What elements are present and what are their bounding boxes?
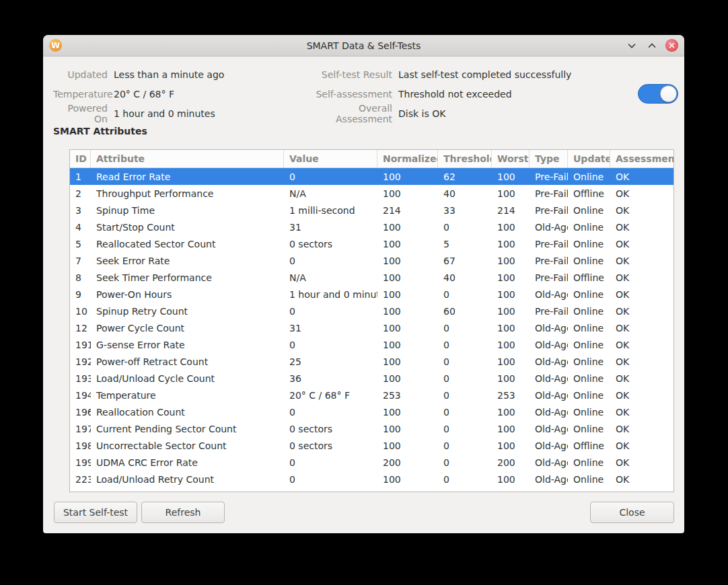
table-cell: 67 — [438, 252, 492, 269]
table-cell: 100 — [377, 168, 438, 185]
table-cell: 5 — [438, 235, 492, 252]
table-cell: 100 — [492, 336, 530, 353]
table-row[interactable]: 1Read Error Rate010062100Pre-FailOnlineO… — [70, 168, 674, 185]
table-cell: 100 — [377, 403, 438, 420]
table-row[interactable]: 197Current Pending Sector Count0 sectors… — [70, 420, 674, 437]
table-cell: 0 — [438, 387, 492, 403]
table-cell: Pre-Fail — [530, 168, 568, 185]
table-cell: Seek Timer Performance — [91, 269, 284, 286]
table-row[interactable]: 192Power-off Retract Count251000100Old-A… — [70, 353, 674, 370]
toggle-knob — [660, 85, 677, 102]
smart-enabled-toggle[interactable] — [638, 84, 678, 104]
table-cell: 100 — [492, 353, 530, 370]
table-cell: Online — [568, 286, 610, 303]
info-label: Updated — [53, 69, 108, 80]
table-cell: 100 — [492, 420, 530, 437]
table-row[interactable]: 7Seek Error Rate010067100Pre-FailOnlineO… — [70, 252, 674, 269]
smart-attributes-table: IDAttributeValueNormalizedThresholdWorst… — [69, 149, 674, 492]
table-row[interactable]: 3Spinup Time1 milli-second21433214Pre-Fa… — [70, 202, 674, 219]
table-cell: 5 — [70, 235, 91, 252]
table-cell: OK — [610, 286, 674, 303]
table-row[interactable]: 193Load/Unload Cycle Count361000100Old-A… — [70, 370, 674, 387]
table-cell: Online — [568, 168, 610, 185]
table-cell: Online — [568, 420, 610, 437]
table-cell: Old-Age — [530, 454, 568, 471]
window-menu-chevron-down-icon[interactable] — [625, 39, 639, 52]
table-cell: Online — [568, 387, 610, 403]
table-cell: Pre-Fail — [530, 202, 568, 219]
column-header-assessment[interactable]: Assessment — [610, 150, 674, 167]
column-header-type[interactable]: Type — [530, 150, 568, 167]
close-button[interactable]: Close — [590, 502, 674, 523]
table-row[interactable]: 191G-sense Error Rate01000100Old-AgeOnli… — [70, 336, 674, 353]
table-cell: OK — [610, 387, 674, 403]
info-row: Overall AssessmentDisk is OK — [310, 104, 571, 123]
column-header-value[interactable]: Value — [284, 150, 377, 167]
table-cell: 198 — [70, 437, 91, 454]
titlebar[interactable]: W SMART Data & Self-Tests — [43, 35, 684, 56]
table-cell: 31 — [284, 319, 377, 336]
table-cell: 0 — [284, 303, 377, 319]
table-row[interactable]: 2Throughput PerformanceN/A10040100Pre-Fa… — [70, 185, 674, 202]
table-cell: 100 — [492, 403, 530, 420]
close-window-button[interactable] — [665, 39, 678, 52]
table-cell: 100 — [492, 269, 530, 286]
table-cell: Old-Age — [530, 353, 568, 370]
table-cell: 100 — [492, 185, 530, 202]
table-cell: Old-Age — [530, 420, 568, 437]
column-header-threshold[interactable]: Threshold — [438, 150, 492, 167]
table-row[interactable]: 199UDMA CRC Error Rate02000200Old-AgeOnl… — [70, 454, 674, 471]
column-header-id[interactable]: ID — [70, 150, 91, 167]
table-row[interactable]: 12Power Cycle Count311000100Old-AgeOnlin… — [70, 319, 674, 336]
column-header-normalized[interactable]: Normalized — [377, 150, 438, 167]
table-row[interactable]: 223Load/Unload Retry Count01000100Old-Ag… — [70, 471, 674, 488]
start-self-test-button[interactable]: Start Self-test — [54, 502, 137, 523]
table-row[interactable]: 198Uncorrectable Sector Count0 sectors10… — [70, 437, 674, 454]
info-label: Self-assessment — [310, 89, 392, 100]
table-cell: Pre-Fail — [530, 185, 568, 202]
table-cell: Online — [568, 202, 610, 219]
column-header-updates[interactable]: Updates — [568, 150, 610, 167]
table-cell: 100 — [492, 471, 530, 488]
table-cell: OK — [610, 437, 674, 454]
table-cell: Online — [568, 370, 610, 387]
table-cell: UDMA CRC Error Rate — [91, 454, 284, 471]
refresh-button[interactable]: Refresh — [141, 502, 225, 523]
table-cell: Online — [568, 471, 610, 488]
table-cell: 0 — [284, 252, 377, 269]
info-label: Powered On — [53, 103, 108, 124]
table-cell: 4 — [70, 219, 91, 235]
table-row[interactable]: 8Seek Timer PerformanceN/A10040100Pre-Fa… — [70, 269, 674, 286]
column-header-worst[interactable]: Worst — [492, 150, 530, 167]
column-header-attribute[interactable]: Attribute — [91, 150, 284, 167]
table-cell: 193 — [70, 370, 91, 387]
table-row[interactable]: 5Reallocated Sector Count0 sectors100510… — [70, 235, 674, 252]
table-cell: Old-Age — [530, 286, 568, 303]
table-cell: Old-Age — [530, 219, 568, 235]
table-cell: 214 — [377, 202, 438, 219]
table-cell: Online — [568, 319, 610, 336]
table-cell: 25 — [284, 353, 377, 370]
table-row[interactable]: 194Temperature20° C / 68° F2530253Old-Ag… — [70, 387, 674, 403]
table-cell: 100 — [492, 437, 530, 454]
table-cell: 0 — [438, 437, 492, 454]
table-cell: Spinup Time — [91, 202, 284, 219]
table-cell: 100 — [492, 319, 530, 336]
table-row[interactable]: 10Spinup Retry Count010060100Pre-FailOnl… — [70, 303, 674, 319]
table-cell: 100 — [377, 370, 438, 387]
maximize-chevron-up-icon[interactable] — [645, 39, 659, 52]
table-cell: 100 — [377, 471, 438, 488]
table-row[interactable]: 9Power-On Hours1 hour and 0 minutes10001… — [70, 286, 674, 303]
table-cell: Old-Age — [530, 370, 568, 387]
info-value: Last self-test completed successfully — [398, 69, 571, 80]
table-cell: 192 — [70, 353, 91, 370]
table-row[interactable]: 196Reallocation Count01000100Old-AgeOnli… — [70, 403, 674, 420]
table-cell: 7 — [70, 252, 91, 269]
table-cell: Old-Age — [530, 319, 568, 336]
drive-info-header: UpdatedLess than a minute agoTemperature… — [43, 56, 684, 128]
table-row[interactable]: 4Start/Stop Count311000100Old-AgeOnlineO… — [70, 219, 674, 235]
info-row: Powered On1 hour and 0 minutes — [53, 104, 224, 123]
table-cell: OK — [610, 454, 674, 471]
table-cell: 0 — [438, 403, 492, 420]
table-cell: 100 — [492, 168, 530, 185]
